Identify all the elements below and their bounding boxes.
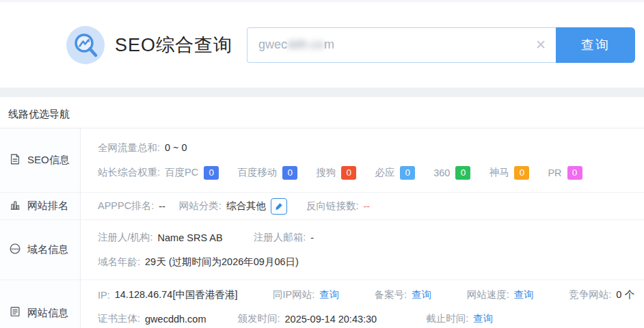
weight-name: 搜狗 [316, 166, 336, 179]
domain-age-label: 域名年龄: [98, 256, 140, 269]
speed-label: 网站速度: [467, 288, 509, 301]
ip-value: 14.128.46.74[中国香港香港] [115, 288, 238, 301]
document-lines-icon [9, 305, 21, 320]
icp-group: 备案号: 查询 [375, 288, 432, 301]
competitors-label: 竞争网站: [569, 288, 611, 301]
sidebar-item-site-rank[interactable]: 网站排名 [0, 193, 81, 219]
sidebar-item-label: SEO信息 [27, 154, 70, 167]
traffic-total-value: 0 ~ 0 [165, 142, 187, 153]
speed-query-link[interactable]: 查询 [514, 288, 534, 301]
weight-badge: 0 [567, 166, 582, 180]
same-ip-label: 同IP网站: [273, 288, 314, 301]
cert-issued-group: 颁发时间: 2025-09-14 20:43:30 [238, 312, 377, 325]
traffic-total-label: 全网流量总和: [98, 141, 160, 154]
weight-name: 360 [433, 167, 450, 178]
cert-expires-label: 截止时间: [426, 312, 468, 325]
cert-subject-label: 证书主体: [98, 312, 140, 325]
weight-name: 百度PC [165, 166, 198, 179]
search-bar: gwec ddh.co m ✕ 查询 [247, 27, 635, 63]
weight-item: 神马 0 [489, 166, 529, 180]
weight-name: 百度移动 [237, 166, 277, 179]
weight-name: PR [548, 167, 561, 178]
search-query-blurred: ddh.co [287, 38, 324, 52]
traffic-total-line: 全网流量总和: 0 ~ 0 [98, 141, 634, 154]
cert-subject-group: 证书主体: gwecddh.com [98, 312, 206, 325]
weight-item: PR 0 [548, 166, 582, 180]
ip-line: IP: 14.128.46.74[中国香港香港] 同IP网站: 查询 备案号: … [98, 288, 634, 301]
site-rank-row: 网站排名 APPPC排名: -- 网站分类: 综合其他 反向链接数: -- [0, 193, 644, 220]
registrant-line: 注册人/机构: Name SRS AB 注册人邮箱: - [98, 231, 634, 244]
backlinks-label: 反向链接数: [306, 200, 359, 213]
sidebar-item-domain-info[interactable]: www 域名信息 [0, 220, 81, 279]
registrant-email-group: 注册人邮箱: - [254, 231, 314, 244]
bar-chart-icon [9, 199, 21, 214]
weight-badge: 0 [341, 166, 356, 180]
icp-query-link[interactable]: 查询 [412, 288, 431, 301]
category-label: 网站分类: [179, 200, 222, 213]
weight-item: 百度PC 0 [165, 166, 219, 180]
search-button[interactable]: 查询 [556, 27, 635, 63]
domain-age-value: 29天 (过期时间为2026年09月06日) [145, 256, 299, 269]
rank-line: APPPC排名: -- 网站分类: 综合其他 反向链接数: -- [98, 198, 634, 215]
search-query-prefix: gwec [258, 38, 287, 52]
speed-group: 网站速度: 查询 [467, 288, 534, 301]
sidebar-item-site-info[interactable]: 网站信息 [0, 280, 81, 328]
search-query-suffix: m [324, 38, 334, 52]
cert-subject-value: gwecddh.com [145, 314, 206, 325]
seo-logo-icon [66, 26, 105, 64]
weight-badge: 0 [282, 166, 297, 180]
ip-group: IP: 14.128.46.74[中国香港香港] [98, 288, 237, 301]
cert-issued-label: 颁发时间: [238, 312, 280, 325]
competitors-value: 0 个 [616, 288, 634, 301]
www-globe-icon: www [9, 243, 21, 258]
weight-badge: 0 [455, 166, 470, 180]
file-text-icon [9, 153, 21, 168]
same-ip-query-link[interactable]: 查询 [319, 288, 339, 301]
same-ip-group: 同IP网站: 查询 [273, 288, 339, 301]
backlinks-group: 反向链接数: -- [306, 200, 370, 213]
category-group: 网站分类: 综合其他 [179, 198, 287, 215]
page-title: SEO综合查询 [115, 33, 232, 57]
cert-issued-value: 2025-09-14 20:43:30 [285, 314, 377, 325]
weight-item: 360 0 [433, 166, 470, 180]
section-separator [0, 87, 644, 97]
header: SEO综合查询 gwec ddh.co m ✕ 查询 [0, 2, 644, 87]
weights-label: 站长综合权重: [98, 166, 160, 179]
icp-label: 备案号: [375, 288, 407, 301]
svg-text:www: www [10, 247, 20, 251]
sidebar-item-seo-info[interactable]: SEO信息 [0, 128, 81, 192]
weights-line: 站长综合权重: 百度PC 0 百度移动 0 搜狗 0 必应 0 360 0 [98, 166, 634, 180]
registrant-email-value: - [310, 232, 314, 243]
sidebar-item-label: 网站排名 [27, 200, 68, 213]
seo-info-row: SEO信息 全网流量总和: 0 ~ 0 站长综合权重: 百度PC 0 百度移动 … [0, 128, 644, 193]
sidebar-item-label: 网站信息 [27, 307, 68, 320]
weight-badge: 0 [514, 166, 529, 180]
clear-input-icon[interactable]: ✕ [535, 38, 546, 51]
weight-item: 搜狗 0 [316, 166, 356, 180]
domain-info-row: www 域名信息 注册人/机构: Name SRS AB 注册人邮箱: - 域名… [0, 220, 644, 280]
search-input[interactable]: gwec ddh.co m ✕ [247, 27, 556, 63]
domain-age-line: 域名年龄: 29天 (过期时间为2026年09月06日) [98, 256, 634, 269]
registrant-label: 注册人/机构: [98, 231, 153, 244]
apppc-rank-label: APPPC排名: [98, 200, 154, 213]
nav-section-title: 线路优选导航 [0, 97, 644, 128]
weight-item: 百度移动 0 [237, 166, 297, 180]
weight-item: 必应 0 [375, 166, 415, 180]
competitors-group: 竞争网站: 0 个 [569, 288, 634, 301]
category-value: 综合其他 [226, 200, 266, 213]
backlinks-value: -- [363, 201, 370, 212]
cert-line: 证书主体: gwecddh.com 颁发时间: 2025-09-14 20:43… [98, 312, 634, 325]
apppc-rank-group: APPPC排名: -- [98, 200, 165, 213]
weight-name: 神马 [489, 166, 509, 179]
weight-badge: 0 [204, 166, 219, 180]
cert-expires-query-link[interactable]: 查询 [473, 312, 493, 325]
edit-category-icon[interactable] [271, 198, 287, 215]
cert-expires-group: 截止时间: 查询 [426, 312, 493, 325]
weight-badge: 0 [400, 166, 415, 180]
apppc-rank-value: -- [159, 201, 165, 212]
site-info-row: 网站信息 IP: 14.128.46.74[中国香港香港] 同IP网站: 查询 … [0, 280, 644, 328]
weight-name: 必应 [375, 166, 394, 179]
ip-label: IP: [98, 290, 110, 301]
registrant-group: 注册人/机构: Name SRS AB [98, 231, 223, 244]
registrant-value: Name SRS AB [158, 232, 223, 243]
